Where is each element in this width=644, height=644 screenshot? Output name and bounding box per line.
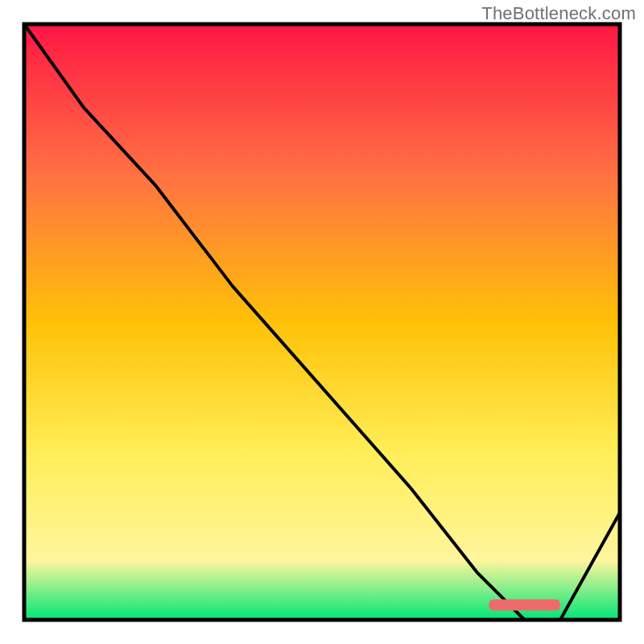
chart-image: TheBottleneck.com — [0, 0, 644, 644]
chart-svg — [0, 0, 644, 644]
plot-background — [24, 24, 620, 620]
optimal-marker — [489, 600, 560, 611]
